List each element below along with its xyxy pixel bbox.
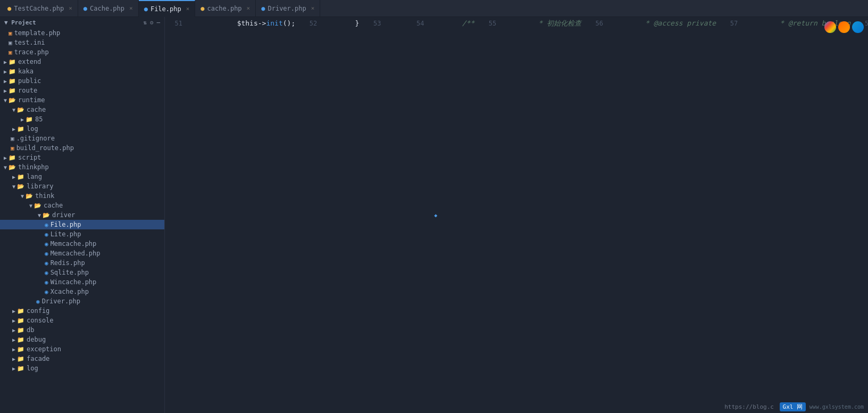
tree-item-redis[interactable]: ◉ Redis.php <box>0 258 164 268</box>
close-sidebar-icon[interactable]: — <box>156 19 160 26</box>
tree-item-template[interactable]: ▣ template.php <box>0 28 164 38</box>
line-num-57: 57 <box>720 17 744 413</box>
line-num-58: 58 <box>855 17 868 413</box>
ini-icon: ▣ <box>9 39 12 46</box>
arrow-icon: ▶ <box>2 88 9 94</box>
line-content-51: $this->init(); <box>199 17 299 413</box>
php-icon: ◉ <box>36 298 40 305</box>
line-num-52: 52 <box>299 17 323 413</box>
tree-item-memcached[interactable]: ◉ Memcached.php <box>0 249 164 258</box>
tree-item-trace[interactable]: ▣ trace.php <box>0 47 164 57</box>
tree-item-label: think <box>35 192 54 200</box>
tree-item-xcache[interactable]: ◉ Xcache.php <box>0 287 164 296</box>
tree-item-label: route <box>18 87 37 94</box>
code-line-57: 57 * @return boolean <box>720 17 855 413</box>
tree-item-label: .gitignore <box>16 135 55 142</box>
tree-item-public[interactable]: ▶ 📁 public <box>0 76 164 86</box>
php-icon: ◉ <box>45 279 48 286</box>
tree-item-cache2[interactable]: ▼ 📂 cache <box>0 201 164 210</box>
tree-item-label: lang <box>27 173 42 180</box>
tree-item-label: library <box>27 183 54 190</box>
tree-item-85[interactable]: ▶ 📁 85 <box>0 114 164 124</box>
tree-item-route[interactable]: ▶ 📁 route <box>0 86 164 95</box>
tree-item-label: Lite.php <box>51 230 81 238</box>
tree-item-extend[interactable]: ▶ 📁 extend <box>0 57 164 67</box>
tab-label-cache: Cache.php <box>90 5 124 12</box>
tab-testcache[interactable]: ● TestCache.php × <box>2 0 78 17</box>
tab-icon-driver: ● <box>261 5 265 12</box>
close-tab-cache2[interactable]: × <box>247 5 251 12</box>
tree-item-console[interactable]: ▶ 📁 console <box>0 316 164 325</box>
tree-item-wincache[interactable]: ◉ Wincache.php <box>0 277 164 287</box>
tab-cache2[interactable]: ● cache.php × <box>195 0 256 17</box>
close-tab-driver[interactable]: × <box>311 5 315 12</box>
close-tab-cache[interactable]: × <box>129 5 133 12</box>
line-num-55: 55 <box>479 17 503 413</box>
folder-icon: 📂 <box>43 212 50 219</box>
sidebar-title: ▼ Project <box>4 19 36 26</box>
tree-item-label: Xcache.php <box>51 288 89 295</box>
php-icon: ▣ <box>9 30 12 37</box>
tree-item-label: script <box>18 154 41 161</box>
tree-item-db[interactable]: ▶ 📁 db <box>0 325 164 335</box>
tab-cache[interactable]: ● Cache.php × <box>78 0 139 17</box>
tree-item-lite[interactable]: ◉ Lite.php <box>0 229 164 239</box>
ie-icon <box>852 21 864 33</box>
tree-item-library[interactable]: ▼ 📂 library <box>0 181 164 191</box>
gxl-url: www.gxlsystem.com <box>809 404 864 410</box>
tree-item-think[interactable]: ▼ 📂 think <box>0 191 164 201</box>
tree-item-config[interactable]: ▶ 📁 config <box>0 306 164 316</box>
tree-item-label: build_route.php <box>16 144 74 152</box>
tab-label-file: File.php <box>151 5 181 13</box>
code-line-54: 54 ◆ /** <box>406 17 479 413</box>
close-tab-testcache[interactable]: × <box>69 5 72 12</box>
tab-driver[interactable]: ● Driver.php × <box>256 0 320 17</box>
gutter-51 <box>189 17 199 413</box>
tab-label-cache2: cache.php <box>207 5 242 12</box>
watermark: https://blog.c Gxl 网 www.gxlsystem.com <box>724 403 864 411</box>
gxl-badge: Gxl 网 <box>780 402 806 411</box>
arrow-icon: ▶ <box>2 155 9 161</box>
gutter-53 <box>387 17 398 413</box>
settings-icon[interactable]: ⚙ <box>150 19 154 26</box>
chrome-icon <box>824 21 836 33</box>
tree-item-testini[interactable]: ▣ test.ini <box>0 38 164 47</box>
arrow-icon: ▼ <box>11 107 17 113</box>
close-tab-file[interactable]: × <box>186 5 190 12</box>
tab-icon-cache2: ● <box>201 5 204 12</box>
tree-item-runtime[interactable]: ▼ 📂 runtime <box>0 95 164 105</box>
tree-item-sqlite[interactable]: ◉ Sqlite.php <box>0 268 164 277</box>
tree-item-thinkphp[interactable]: ▼ 📂 thinkphp <box>0 162 164 172</box>
folder-icon: 📁 <box>17 126 24 133</box>
folder-icon: 📁 <box>9 78 16 85</box>
tree-item-memcache[interactable]: ◉ Memcache.php <box>0 239 164 249</box>
line-content-52: } <box>334 17 363 413</box>
tree-item-label: cache <box>27 106 46 113</box>
tree-item-cache[interactable]: ▼ 📂 cache <box>0 105 164 114</box>
tree-item-kaka[interactable]: ▶ 📁 kaka <box>0 67 164 76</box>
tree-item-label: thinkphp <box>18 163 49 171</box>
tree-item-label: facade <box>27 355 49 362</box>
php-icon: ◉ <box>45 250 48 257</box>
tree-item-lang[interactable]: ▶ 📁 lang <box>0 172 164 181</box>
tree-item-driver[interactable]: ▼ 📂 driver <box>0 210 164 220</box>
tree-item-driver-php[interactable]: ◉ Driver.php <box>0 296 164 306</box>
folder-icon: 📁 <box>17 356 24 362</box>
tree-item-build[interactable]: ▣ build_route.php <box>0 143 164 153</box>
tree-item-facade[interactable]: ▶ 📁 facade <box>0 354 164 364</box>
tab-file[interactable]: ● File.php × <box>139 0 196 17</box>
php-icon: ▣ <box>9 49 12 56</box>
sidebar-header-icons: ⇅ ⚙ — <box>143 19 160 26</box>
code-area: 51 $this->init(); 52 } 53 54 ◆ <box>165 17 868 413</box>
tree-item-log2[interactable]: ▶ 📁 log <box>0 364 164 373</box>
tree-item-gitignore[interactable]: ▣ .gitignore <box>0 134 164 143</box>
tree-item-debug[interactable]: ▶ 📁 debug <box>0 335 164 344</box>
collapse-icon[interactable]: ⇅ <box>143 19 147 26</box>
tree-item-file-php[interactable]: ◉ File.php <box>0 220 164 229</box>
tree-item-exception[interactable]: ▶ 📁 exception <box>0 344 164 354</box>
gutter-55 <box>503 17 513 413</box>
tree-item-script[interactable]: ▶ 📁 script <box>0 153 164 162</box>
tree-item-label: Memcache.php <box>51 240 97 247</box>
folder-icon: 📂 <box>34 202 41 209</box>
tree-item-log1[interactable]: ▶ 📁 log <box>0 124 164 134</box>
